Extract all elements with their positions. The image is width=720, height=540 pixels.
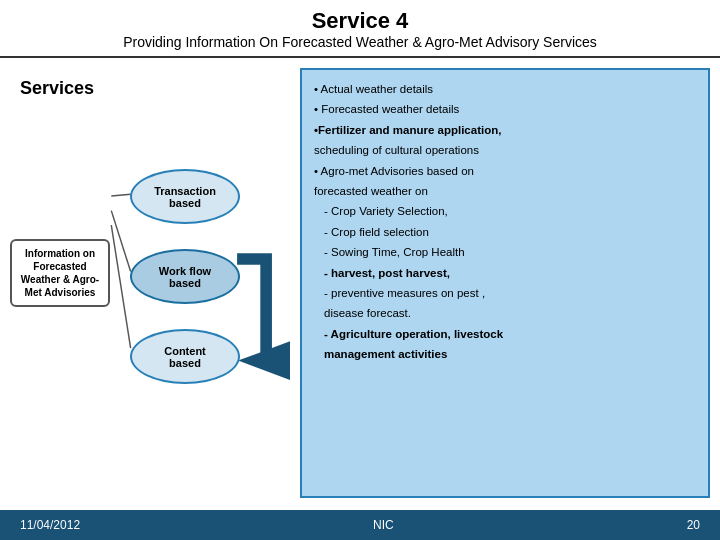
bullet-item-12: disease forecast. <box>324 304 696 322</box>
diagram-area: Information on Forecasted Weather & Agro… <box>10 109 290 409</box>
page-title: Service 4 <box>20 8 700 34</box>
main-content: Services Information on F <box>0 58 720 508</box>
footer-date: 11/04/2012 <box>20 518 80 532</box>
bullet-item-3: •Fertilizer and manure application, <box>314 121 696 139</box>
info-box: Information on Forecasted Weather & Agro… <box>10 239 110 307</box>
bullet-item-2: • Forecasted weather details <box>314 100 696 118</box>
page-subtitle: Providing Information On Forecasted Weat… <box>20 34 700 50</box>
svg-line-0 <box>111 194 130 196</box>
bullet-item-13: - Agriculture operation, livestock <box>324 325 696 343</box>
transaction-ellipse: Transaction based <box>130 169 240 224</box>
bullet-item-7: - Crop Variety Selection, <box>324 202 696 220</box>
svg-line-1 <box>111 211 130 272</box>
right-panel: • Actual weather details • Forecasted we… <box>300 68 710 498</box>
content-ellipse: Content based <box>130 329 240 384</box>
bullet-item-10: - harvest, post harvest, <box>324 264 696 282</box>
left-panel: Services Information on F <box>0 58 300 508</box>
page-header: Service 4 Providing Information On Forec… <box>0 0 720 58</box>
footer-page: 20 <box>687 518 700 532</box>
bullet-item-8: - Crop field selection <box>324 223 696 241</box>
workflow-ellipse: Work flow based <box>130 249 240 304</box>
services-label: Services <box>20 78 290 99</box>
bullet-item-6: forecasted weather on <box>314 182 696 200</box>
svg-line-2 <box>111 225 130 348</box>
bullet-item-11: - preventive measures on pest , <box>324 284 696 302</box>
footer-center: NIC <box>373 518 394 532</box>
footer: 11/04/2012 NIC 20 <box>0 510 720 540</box>
bullet-item-5: • Agro-met Advisories based on <box>314 162 696 180</box>
bullet-item-1: • Actual weather details <box>314 80 696 98</box>
bullet-item-4: scheduling of cultural operations <box>314 141 696 159</box>
bullet-item-14: management activities <box>324 345 696 363</box>
bullet-item-9: - Sowing Time, Crop Health <box>324 243 696 261</box>
